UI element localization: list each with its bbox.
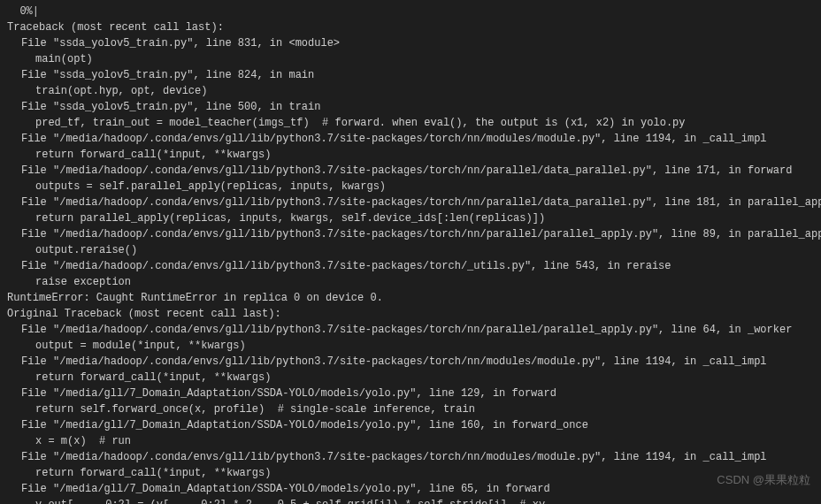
terminal-line: File "/media/hadoop/.conda/envs/gll/lib/… (7, 258, 814, 274)
terminal-line: return parallel_apply(replicas, inputs, … (7, 210, 814, 226)
terminal-line: return self.forward_once(x, profile) # s… (7, 401, 814, 417)
terminal-line: File "/media/hadoop/.conda/envs/gll/lib/… (7, 226, 814, 242)
watermark-text: CSDN @果果粒粒 (717, 471, 810, 489)
terminal-line: File "ssda_yolov5_train.py", line 831, i… (7, 35, 814, 51)
terminal-line: File "ssda_yolov5_train.py", line 500, i… (7, 99, 814, 115)
terminal-line: File "/media/hadoop/.conda/envs/gll/lib/… (7, 449, 814, 465)
terminal-line: return forward_call(*input, **kwargs) (7, 147, 814, 163)
terminal-line: 0%| (7, 4, 814, 19)
terminal-line: main(opt) (7, 51, 814, 67)
terminal-line: File "/media/hadoop/.conda/envs/gll/lib/… (7, 163, 814, 179)
terminal-line: return forward_call(*input, **kwargs) (7, 465, 814, 481)
terminal-line: outputs = self.parallel_apply(replicas, … (7, 179, 814, 195)
terminal-line: File "ssda_yolov5_train.py", line 824, i… (7, 67, 814, 83)
terminal-line: File "/media/gll/7_Domain_Adaptation/SSD… (7, 417, 814, 433)
terminal-line: y_out[..., 0:2] = (y[..., 0:2] * 2. - 0.… (7, 497, 814, 504)
terminal-line: train(opt.hyp, opt, device) (7, 83, 814, 99)
terminal-line: x = m(x) # run (7, 433, 814, 449)
terminal-line: Traceback (most recent call last): (7, 19, 814, 35)
terminal-line: File "/media/hadoop/.conda/envs/gll/lib/… (7, 322, 814, 338)
terminal-line: File "/media/hadoop/.conda/envs/gll/lib/… (7, 195, 814, 210)
terminal-line: RuntimeError: Caught RuntimeError in rep… (7, 290, 814, 306)
terminal-line: return forward_call(*input, **kwargs) (7, 370, 814, 386)
terminal-line: output = module(*input, **kwargs) (7, 338, 814, 354)
terminal-line: output.reraise() (7, 242, 814, 258)
terminal-output: 0%|Traceback (most recent call last):Fil… (7, 4, 814, 504)
terminal-line: File "/media/gll/7_Domain_Adaptation/SSD… (7, 481, 814, 497)
terminal-line: pred_tf, train_out = model_teacher(imgs_… (7, 115, 814, 131)
terminal-line: File "/media/hadoop/.conda/envs/gll/lib/… (7, 354, 814, 370)
terminal-line: File "/media/hadoop/.conda/envs/gll/lib/… (7, 131, 814, 147)
terminal-line: Original Traceback (most recent call las… (7, 306, 814, 322)
terminal-line: raise exception (7, 274, 814, 290)
terminal-line: File "/media/gll/7_Domain_Adaptation/SSD… (7, 386, 814, 401)
